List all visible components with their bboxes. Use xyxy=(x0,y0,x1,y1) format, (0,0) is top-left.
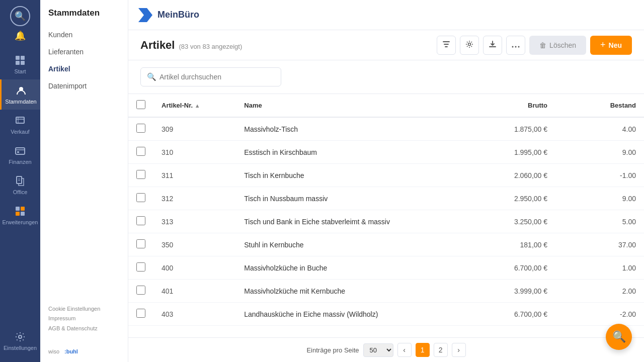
row-nr: 401 xyxy=(153,280,236,303)
app-top-bar: MeinBüro xyxy=(128,0,644,30)
search-bar[interactable]: 🔍 xyxy=(140,67,281,86)
row-checkbox[interactable] xyxy=(136,124,145,133)
page-2-button[interactable]: 2 xyxy=(434,343,448,357)
row-checkbox[interactable] xyxy=(136,193,145,202)
settings-button[interactable] xyxy=(460,36,479,55)
filter-button[interactable] xyxy=(437,36,456,55)
select-all-checkbox[interactable] xyxy=(136,100,145,109)
fab-search-icon: 🔍 xyxy=(612,330,626,343)
finanzen-icon xyxy=(14,145,26,157)
search-bar-container: 🔍 xyxy=(128,60,644,94)
row-checkbox-cell xyxy=(128,256,153,280)
download-button[interactable] xyxy=(483,36,502,55)
row-checkbox[interactable] xyxy=(136,309,145,318)
row-checkbox-cell xyxy=(128,164,153,187)
start-label: Start xyxy=(14,68,26,74)
start-icon xyxy=(14,54,26,66)
row-nr: 311 xyxy=(153,164,236,187)
row-checkbox-cell xyxy=(128,117,153,141)
row-brutto: 1.995,00 € xyxy=(481,141,555,164)
svg-rect-10 xyxy=(17,176,22,184)
row-brutto: 1.875,00 € xyxy=(481,117,555,141)
svg-rect-2 xyxy=(16,61,20,65)
cookie-settings-link[interactable]: Cookie Einstellungen xyxy=(48,306,100,312)
col-header-name[interactable]: Name xyxy=(236,94,480,117)
nav-item-erweiterungen[interactable]: Erweiterungen xyxy=(0,200,40,230)
svg-point-22 xyxy=(512,46,514,47)
row-brutto: 2.950,00 € xyxy=(481,187,555,210)
row-nr: 312 xyxy=(153,187,236,210)
sidebar-item-lieferanten[interactable]: Lieferanten xyxy=(40,43,128,60)
page-1-button[interactable]: 1 xyxy=(416,343,430,357)
row-bestand: 9.00 xyxy=(581,141,644,164)
select-all-header xyxy=(128,94,153,117)
new-button[interactable]: + Neu xyxy=(590,36,632,55)
page-header: Artikel (83 von 83 angezeigt) xyxy=(128,30,644,60)
download-icon xyxy=(489,40,497,50)
sidebar-title: Stammdaten xyxy=(40,8,128,26)
row-checkbox[interactable] xyxy=(136,147,145,156)
nav-item-finanzen[interactable]: Finanzen xyxy=(0,140,40,170)
col-header-bestand[interactable]: Bestand xyxy=(581,94,644,117)
header-actions: 🗑 Löschen + Neu xyxy=(437,36,632,55)
svg-rect-5 xyxy=(16,117,24,123)
erweiterungen-label: Erweiterungen xyxy=(3,219,38,225)
row-name: Massivholzküche in Buche xyxy=(236,256,480,280)
search-icon: 🔍 xyxy=(147,72,156,81)
row-nr: 403 xyxy=(153,303,236,326)
row-checkbox[interactable] xyxy=(136,216,145,225)
row-spacer xyxy=(555,303,581,326)
svg-rect-8 xyxy=(16,148,25,154)
search-input[interactable] xyxy=(159,73,275,81)
delete-label: Löschen xyxy=(549,41,576,49)
agb-link[interactable]: AGB & Datenschutz xyxy=(48,325,98,331)
row-nr: 309 xyxy=(153,117,236,141)
more-button[interactable] xyxy=(506,36,525,55)
col-header-brutto[interactable]: Brutto xyxy=(481,94,555,117)
table-row: 350 Stuhl in Kernbuche 181,00 € 37.00 xyxy=(128,233,644,256)
nav-item-verkauf[interactable]: Verkauf xyxy=(0,110,40,140)
nav-item-einstellungen[interactable]: Einstellungen xyxy=(0,326,40,356)
row-name: Stuhl in Kernbuche xyxy=(236,233,480,256)
table-row: 311 Tisch in Kernbuche 2.060,00 € -1.00 xyxy=(128,164,644,187)
row-brutto: 6.700,00 € xyxy=(481,303,555,326)
row-checkbox[interactable] xyxy=(136,262,145,272)
prev-page-button[interactable]: ‹ xyxy=(397,343,412,357)
nav-item-stammdaten[interactable]: Stammdaten xyxy=(0,79,40,110)
sidebar-item-datenimport[interactable]: Datenimport xyxy=(40,77,128,95)
row-name: Tisch in Nussbaum massiv xyxy=(236,187,480,210)
next-page-button[interactable]: › xyxy=(452,343,466,357)
delete-button[interactable]: 🗑 Löschen xyxy=(529,36,586,55)
nav-item-start[interactable]: Start xyxy=(0,49,40,79)
row-name: Esstisch in Kirschbaum xyxy=(236,141,480,164)
sidebar-item-artikel[interactable]: Artikel xyxy=(40,60,128,77)
table-row: 401 Massivholzküche mit Kernbuche 3.999,… xyxy=(128,280,644,303)
table-row: 313 Tisch und Bank in Eiche stabverleimt… xyxy=(128,210,644,233)
notifications-bell[interactable]: 🔔 xyxy=(15,30,26,41)
finanzen-label: Finanzen xyxy=(9,159,31,165)
impressum-link[interactable]: Impressum xyxy=(48,315,75,321)
svg-rect-3 xyxy=(21,61,25,65)
search-global-button[interactable]: 🔍 xyxy=(10,6,30,26)
row-checkbox-cell xyxy=(128,280,153,303)
svg-rect-13 xyxy=(16,207,20,211)
nav-item-office[interactable]: Office xyxy=(0,170,40,200)
row-checkbox[interactable] xyxy=(136,170,145,179)
sort-arrow-icon: ▲ xyxy=(195,103,200,109)
sidebar-item-kunden[interactable]: Kunden xyxy=(40,26,128,43)
page-size-select[interactable]: 50 10 25 100 xyxy=(363,343,393,357)
stammdaten-icon xyxy=(15,84,27,97)
table-header-row: Artikel-Nr. ▲ Name Brutto Bestand xyxy=(128,94,644,117)
svg-point-21 xyxy=(468,43,471,45)
main-content: MeinBüro Artikel (83 von 83 angezeigt) xyxy=(128,0,644,362)
svg-rect-0 xyxy=(16,56,20,60)
row-bestand: 37.00 xyxy=(581,233,644,256)
fab-search-button[interactable]: 🔍 xyxy=(606,324,632,350)
row-nr: 313 xyxy=(153,210,236,233)
row-checkbox[interactable] xyxy=(136,286,145,295)
row-nr: 350 xyxy=(153,233,236,256)
svg-rect-14 xyxy=(21,207,25,211)
col-header-nr[interactable]: Artikel-Nr. ▲ xyxy=(153,94,236,117)
row-checkbox[interactable] xyxy=(136,239,145,248)
row-brutto: 181,00 € xyxy=(481,233,555,256)
